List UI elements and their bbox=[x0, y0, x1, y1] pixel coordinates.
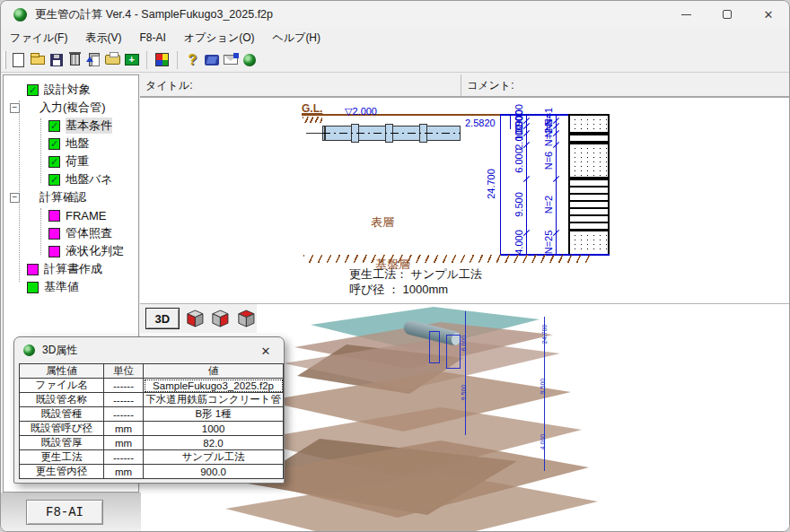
total-depth-label: 24.700 bbox=[486, 163, 496, 205]
window-title: 更生管の計算 Ver.4 - SampleFukugo3_2025.f2p bbox=[35, 7, 273, 22]
dim-label-3d: 6.000 bbox=[461, 336, 467, 352]
question-mark-icon: ? bbox=[189, 52, 198, 68]
manual-button[interactable] bbox=[202, 50, 221, 70]
envelope-icon bbox=[224, 55, 238, 65]
clipboard-icon bbox=[89, 53, 100, 66]
attributes-table: 属性値 単位 値 ファイル名 ------ SampleFukugo3_2025… bbox=[19, 363, 284, 479]
f8-ai-button[interactable]: F8-AI bbox=[26, 500, 103, 525]
maximize-icon bbox=[723, 10, 732, 19]
tree-item-design-target[interactable]: ✓ 設計対象 bbox=[4, 81, 138, 99]
table-header-row: 属性値 単位 値 bbox=[20, 364, 284, 379]
attr-value: 1000 bbox=[144, 422, 284, 436]
attr-value: 82.0 bbox=[144, 436, 284, 450]
attr-name: 更生工法 bbox=[20, 450, 104, 465]
print-button[interactable] bbox=[103, 50, 122, 70]
minimize-button[interactable] bbox=[665, 1, 707, 28]
pipe-centerline bbox=[322, 133, 461, 134]
title-field-label: タイトル: bbox=[145, 78, 192, 93]
attr-unit: ------ bbox=[103, 393, 143, 407]
comment-field[interactable]: コメント: bbox=[461, 74, 790, 96]
table-row: 既設管名称 ------ 下水道用鉄筋コンクリート管 bbox=[20, 393, 284, 407]
tree-item-liquefaction[interactable]: 液状化判定 bbox=[4, 242, 138, 260]
view-3d-button[interactable]: 3D bbox=[145, 308, 180, 329]
checkbox-checked-icon[interactable]: ✓ bbox=[27, 84, 39, 96]
layer-dim-label: 9.500 bbox=[514, 187, 524, 222]
menu-options[interactable]: オプション(O) bbox=[175, 29, 264, 48]
tree-item-label: 地盤 bbox=[66, 135, 89, 152]
tree-item-report[interactable]: 計算書作成 bbox=[4, 260, 138, 278]
palette-icon bbox=[155, 53, 169, 66]
tree-item-ground[interactable]: ✓ 地盤 bbox=[4, 135, 138, 153]
color-settings-button[interactable] bbox=[153, 50, 171, 70]
menu-help[interactable]: ヘルプ(H) bbox=[264, 29, 330, 48]
checkbox-checked-icon[interactable]: ✓ bbox=[48, 156, 60, 168]
checkbox-checked-icon[interactable]: ✓ bbox=[48, 138, 60, 150]
checkbox-checked-icon[interactable]: ✓ bbox=[48, 174, 60, 186]
attr-value: 下水道用鉄筋コンクリート管 bbox=[144, 393, 284, 407]
status-square-icon[interactable] bbox=[27, 264, 39, 275]
toolbar-grip[interactable] bbox=[4, 51, 6, 69]
tree-item-label: 地盤バネ bbox=[66, 171, 113, 188]
cube-view-z-icon[interactable] bbox=[236, 309, 257, 329]
tree-item-basic-conditions[interactable]: ✓ 基本条件 bbox=[4, 117, 138, 135]
tree-item-label: 液状化判定 bbox=[66, 243, 124, 259]
dialog-title-bar[interactable]: 3D属性 bbox=[14, 337, 284, 362]
floppy-disk-icon bbox=[50, 54, 63, 66]
menu-view[interactable]: 表示(V) bbox=[76, 29, 130, 48]
col-header: 属性値 bbox=[20, 364, 104, 379]
soil-clay-layer bbox=[570, 179, 608, 231]
tree-item-pipe-check[interactable]: 管体照査 bbox=[4, 224, 138, 242]
menu-bar: ファイル(F) 表示(V) F8-AI オプション(O) ヘルプ(H) bbox=[1, 28, 790, 48]
paste-button[interactable] bbox=[84, 50, 103, 70]
menu-f8ai[interactable]: F8-AI bbox=[130, 30, 174, 46]
cross-section-drawing: G.L. ▽2.000 2.5820 24.700 1.000 0.900 1.… bbox=[140, 98, 790, 303]
collapse-icon[interactable]: − bbox=[10, 103, 20, 113]
cube-view-y-icon[interactable] bbox=[210, 309, 231, 329]
maximize-button[interactable] bbox=[707, 1, 748, 28]
collapse-icon[interactable]: − bbox=[10, 193, 20, 203]
layer-dim-line bbox=[526, 115, 527, 255]
open-file-button[interactable] bbox=[28, 50, 47, 70]
table-row: 既設管呼び径 mm 1000 bbox=[20, 422, 284, 436]
soil-sand-layer bbox=[570, 231, 608, 252]
status-square-icon[interactable] bbox=[48, 228, 60, 240]
tree-item-ground-spring[interactable]: ✓ 地盤バネ bbox=[4, 170, 138, 188]
table-row: 更生管内径 mm 900.0 bbox=[20, 465, 284, 479]
cube-view-x-icon[interactable] bbox=[185, 309, 206, 329]
help-button[interactable]: ? bbox=[183, 50, 202, 70]
tree-item-input-composite[interactable]: − 入力(複合管) bbox=[4, 99, 138, 117]
total-depth-dim-line bbox=[500, 115, 501, 255]
dim-label-3d: 4.000 bbox=[540, 434, 546, 450]
tree-item-standards[interactable]: 基準値 bbox=[4, 278, 138, 296]
tree-item-frame[interactable]: FRAME bbox=[4, 206, 138, 224]
checkbox-checked-icon[interactable]: ✓ bbox=[48, 120, 60, 132]
status-square-icon[interactable] bbox=[27, 282, 39, 293]
soil-clay-layer bbox=[570, 134, 608, 144]
tree-item-calc-check[interactable]: − 計算確認 bbox=[4, 188, 138, 206]
dim-label-3d: 9.500 bbox=[540, 379, 546, 395]
status-square-icon[interactable] bbox=[48, 246, 60, 257]
save-button[interactable] bbox=[47, 50, 66, 70]
dialog-close-button[interactable]: ✕ bbox=[257, 342, 275, 360]
status-square-icon[interactable] bbox=[48, 210, 60, 222]
close-button[interactable]: ✕ bbox=[748, 1, 789, 28]
col-header: 単位 bbox=[103, 364, 143, 379]
tree-item-label: 管体照査 bbox=[66, 225, 112, 241]
printer-icon bbox=[105, 55, 120, 65]
new-file-button[interactable] bbox=[9, 50, 28, 70]
mail-button[interactable] bbox=[221, 50, 240, 70]
book-icon bbox=[205, 55, 219, 65]
tree-item-label: 設計対象 bbox=[44, 82, 91, 98]
tree-item-load[interactable]: ✓ 荷重 bbox=[4, 153, 138, 170]
about-button[interactable] bbox=[240, 50, 259, 70]
attr-value: 900.0 bbox=[144, 465, 284, 479]
attr-value[interactable]: SampleFukugo3_2025.f2p bbox=[144, 379, 284, 393]
delete-button[interactable] bbox=[66, 50, 84, 70]
f8-export-button[interactable]: + bbox=[122, 50, 141, 70]
attr-name: 既設管名称 bbox=[20, 393, 104, 407]
tree-item-label: 入力(複合管) bbox=[40, 100, 106, 116]
menu-file[interactable]: ファイル(F) bbox=[1, 29, 76, 48]
cover-depth-dim: 2.5820 bbox=[465, 118, 496, 128]
trash-icon bbox=[70, 54, 80, 65]
title-field[interactable]: タイトル: bbox=[140, 74, 461, 96]
